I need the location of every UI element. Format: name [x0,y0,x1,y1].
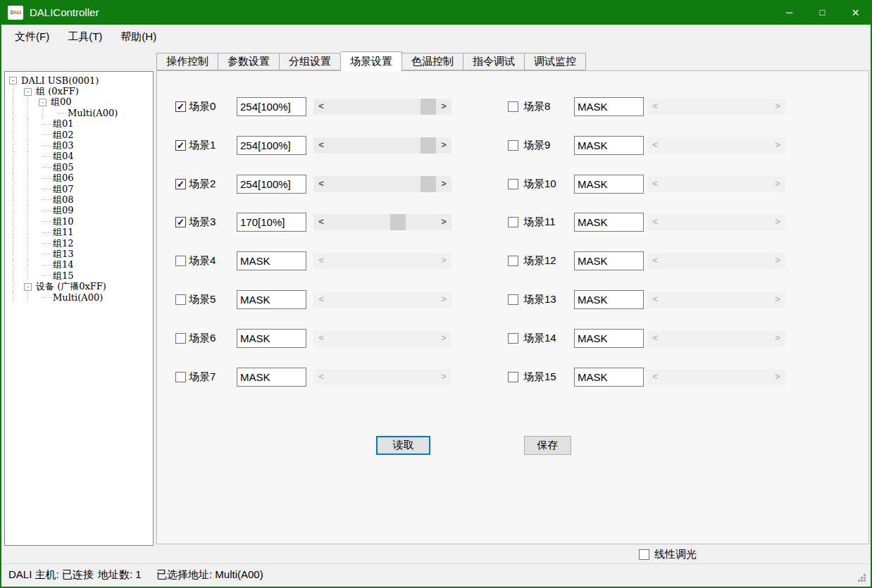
tree-item[interactable]: Multi(A00) [9,108,153,118]
tree-item[interactable]: 组15 [9,270,153,281]
resize-grip-icon[interactable] [858,574,866,582]
scene-value-input[interactable] [237,251,306,270]
menu-tools[interactable]: 工具(T) [58,25,111,49]
scene-scrollbar: <> [647,369,785,385]
scene-scrollbar[interactable]: <> [313,137,451,154]
tree-item[interactable]: 组05 [9,162,153,173]
scene-scrollbar: <> [647,253,785,269]
scrollbar-right-arrow-icon[interactable]: > [436,176,451,192]
scene-value-input[interactable] [237,97,306,116]
scene-value-input[interactable] [237,368,306,387]
scene-value-input[interactable] [237,175,306,194]
scrollbar-thumb[interactable] [421,99,436,115]
scene-label: 场景4 [189,254,216,268]
scene-checkbox[interactable]: ✓ [175,101,186,112]
scene-checkbox[interactable] [508,294,518,305]
tree-item[interactable]: 组06 [9,173,153,184]
menu-help[interactable]: 帮助(H) [111,25,166,49]
tree-item[interactable]: -DALI USB(0001) [9,75,153,86]
scene-checkbox[interactable]: ✓ [175,140,186,151]
scene-value-input[interactable] [574,136,644,155]
tree-item[interactable]: 组04 [9,151,153,162]
scene-checkbox[interactable]: ✓ [175,217,186,227]
scene-value-input[interactable] [237,290,306,309]
scene-checkbox[interactable] [508,217,518,227]
tree-item[interactable]: 组03 [9,140,153,151]
tree-item[interactable]: 组11 [9,227,153,237]
scene-value-input[interactable] [237,136,306,155]
scene-value-input[interactable] [237,213,306,232]
tab-0[interactable]: 操作控制 [156,53,218,70]
tree-item[interactable]: 组07 [9,184,153,194]
tree-item[interactable]: -组 (0xFF) [9,86,153,96]
tree-item[interactable]: -组00 [9,97,153,108]
scene-value-input[interactable] [574,213,644,232]
titlebar: DALI DALIController ─ □ ✕ [0,0,872,25]
scene-value-input[interactable] [574,290,644,309]
tree-item[interactable]: 组08 [9,194,153,205]
scene-scrollbar: <> [313,369,451,385]
scene-value-input[interactable] [574,175,644,194]
scene-checkbox[interactable] [175,372,186,382]
tab-2[interactable]: 分组设置 [280,53,341,70]
scrollbar-right-arrow-icon[interactable]: > [436,137,451,154]
scene-value-input[interactable] [574,329,644,348]
scrollbar-right-arrow-icon[interactable]: > [436,214,451,230]
scene-scrollbar[interactable]: <> [313,214,451,230]
scene-value-input[interactable] [574,251,644,270]
maximize-button[interactable]: □ [806,0,839,25]
close-button[interactable]: ✕ [839,0,872,25]
scrollbar-left-arrow-icon[interactable]: < [313,99,329,115]
minimize-button[interactable]: ─ [773,0,806,25]
tab-4[interactable]: 色温控制 [402,53,463,70]
tab-6[interactable]: 调试监控 [525,53,586,70]
scene-scrollbar: <> [647,99,785,115]
scene-value-input[interactable] [574,368,644,387]
scene-checkbox[interactable] [175,256,186,266]
app-icon-letter: I [20,10,20,15]
scene-checkbox[interactable] [175,333,186,344]
statusbar: DALI 主机: 已连接 地址数: 1 已选择地址: Multi(A00) [1,563,871,587]
scrollbar-thumb[interactable] [390,214,406,230]
tree-item[interactable]: 组14 [9,260,153,270]
scrollbar-left-arrow-icon[interactable]: < [313,176,329,192]
scene-checkbox[interactable] [175,294,186,305]
scrollbar-thumb[interactable] [421,176,436,192]
scene-scrollbar: <> [647,214,785,230]
tree-expander-icon[interactable]: - [24,88,32,96]
scene-checkbox[interactable] [508,179,518,189]
scene-checkbox[interactable] [508,256,518,266]
scene-value-input[interactable] [574,97,644,116]
tree-item[interactable]: Multi(A00) [9,292,153,303]
scrollbar-left-arrow-icon[interactable]: < [313,137,329,154]
tree-item[interactable]: 组01 [9,119,153,130]
tree-expander-icon[interactable]: - [24,283,32,291]
scene-scrollbar[interactable]: <> [313,176,451,192]
tree-expander-icon[interactable]: - [39,99,46,106]
tree-item[interactable]: 组10 [9,216,153,227]
scene-checkbox[interactable] [508,101,518,112]
scrollbar-right-arrow-icon[interactable]: > [436,99,451,115]
scene-checkbox[interactable]: ✓ [175,179,186,189]
tab-1[interactable]: 参数设置 [218,53,280,70]
tab-3[interactable]: 场景设置 [341,51,402,71]
tree-item[interactable]: 组13 [9,249,153,259]
linear-dimming-checkbox[interactable] [639,549,649,560]
scene-checkbox[interactable] [508,333,518,344]
scene-checkbox[interactable] [508,372,518,382]
menu-file[interactable]: 文件(F) [6,25,58,49]
tree-item[interactable]: 组02 [9,130,153,140]
tree-item[interactable]: -设备 (广播0xFF) [9,281,153,292]
scene-checkbox[interactable] [508,140,518,151]
scrollbar-left-arrow-icon[interactable]: < [313,214,329,230]
scene-value-input[interactable] [237,329,306,348]
scene-scrollbar[interactable]: <> [313,99,451,115]
tree-item[interactable]: 组09 [9,206,153,216]
read-button[interactable]: 读取 [376,436,430,455]
tree-expander-icon[interactable]: - [9,77,17,85]
tree-item[interactable]: 组12 [9,238,153,249]
tab-5[interactable]: 指令调试 [463,53,525,70]
scrollbar-thumb[interactable] [421,137,436,154]
save-button[interactable]: 保存 [524,436,571,455]
tree-guide-line [24,97,39,108]
